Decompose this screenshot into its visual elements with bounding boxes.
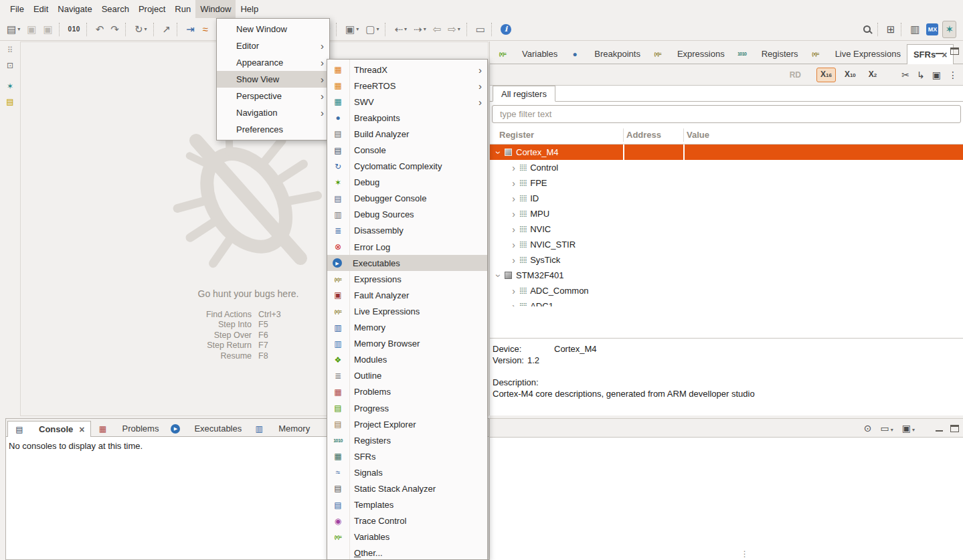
open-perspective-button[interactable]: ⊞ — [884, 21, 898, 38]
show-view-item-live-expressions[interactable]: (x)=Live Expressions — [327, 303, 487, 319]
redo-button[interactable]: ↷ — [108, 21, 122, 38]
scissors-icon[interactable]: ✂ — [900, 70, 911, 80]
show-view-item-executables[interactable]: ▶Executables — [327, 255, 487, 271]
column-header-address[interactable]: Address — [626, 130, 661, 140]
debug-perspective-button[interactable]: ✶ — [942, 21, 956, 38]
show-view-item-memory-browser[interactable]: ▥Memory Browser — [327, 336, 487, 352]
tab-memory[interactable]: ▥Memory — [248, 421, 316, 436]
close-tab-icon[interactable]: × — [79, 425, 84, 434]
format-toggle-x10[interactable]: X10 — [841, 68, 860, 82]
show-view-item-modules[interactable]: ❖Modules — [327, 352, 487, 368]
tab-expressions[interactable]: (x)=Expressions — [646, 44, 731, 64]
display-selected-console-icon[interactable]: ▭▾ — [879, 423, 895, 434]
minimized-project-view-icon[interactable]: ▤ — [3, 96, 17, 108]
show-view-item-templates[interactable]: ▤Templates — [327, 497, 487, 513]
menu-search[interactable]: Search — [97, 0, 134, 18]
show-view-item-memory[interactable]: ▥Memory — [327, 320, 487, 336]
save-button[interactable]: ▣ — [24, 21, 39, 38]
window-menu-item-new-window[interactable]: New Window — [217, 21, 329, 37]
new-view-window-button[interactable]: ▣▾ — [343, 21, 361, 38]
save-all-button[interactable]: ▣ — [40, 21, 55, 38]
format-toggle-x2[interactable]: X2 — [865, 68, 881, 82]
tab-console[interactable]: ▤Console× — [7, 421, 91, 437]
menu-edit[interactable]: Edit — [29, 0, 53, 18]
menu-run[interactable]: Run — [170, 0, 195, 18]
show-view-item-other[interactable]: Other... — [327, 545, 487, 560]
register-tree-row[interactable]: ›STM32F401 — [490, 268, 963, 283]
expand-arrow-icon[interactable]: › — [509, 194, 519, 203]
window-menu-item-navigation[interactable]: Navigation› — [217, 104, 329, 121]
show-view-item-debug-sources[interactable]: ▥Debug Sources — [327, 207, 487, 223]
register-tree-row[interactable]: ›⣿⣿ADC_Common — [490, 283, 963, 298]
show-view-item-registers[interactable]: 1010Registers — [327, 432, 487, 448]
export-registers-icon[interactable]: ↳ — [915, 70, 926, 80]
view-menu-icon[interactable]: ⋮ — [947, 70, 959, 80]
show-view-item-sfrs[interactable]: ▦SFRs — [327, 448, 487, 464]
maximize-icon[interactable] — [950, 48, 959, 55]
tab-variables[interactable]: (x)=Variables — [491, 44, 563, 64]
tab-live-expressions[interactable]: (x)=Live Expressions — [804, 44, 907, 64]
show-view-item-trace-control[interactable]: ◉Trace Control — [327, 513, 487, 529]
tab-executables[interactable]: ▶Executables — [165, 421, 248, 436]
minimize-icon[interactable] — [935, 48, 944, 55]
trim-handle-icon[interactable]: ⠿ — [3, 44, 17, 56]
device-configuration-perspective-button[interactable]: ▥ — [907, 21, 922, 38]
open-element-button[interactable]: ↗ — [160, 21, 174, 38]
menu-project[interactable]: Project — [134, 0, 170, 18]
cubemx-perspective-button[interactable]: MX — [924, 21, 941, 38]
column-divider[interactable] — [623, 128, 624, 142]
build-all-button[interactable]: ↻▾ — [132, 21, 150, 38]
expand-arrow-icon[interactable]: › — [509, 240, 519, 250]
expand-arrow-icon[interactable]: › — [509, 209, 519, 219]
swv-trace-button[interactable]: ≈ — [199, 21, 212, 38]
window-menu-item-appearance[interactable]: Appearance› — [217, 54, 329, 71]
show-view-item-freertos[interactable]: ▦FreeRTOS› — [327, 78, 487, 94]
show-view-item-disassembly[interactable]: ≣Disassembly — [327, 223, 487, 239]
show-view-item-error-log[interactable]: ⊗Error Log — [327, 239, 487, 255]
column-header-register[interactable]: Register — [499, 130, 534, 140]
register-tree-row[interactable]: ›⣿⣿FPE — [490, 175, 963, 191]
window-menu-item-preferences[interactable]: Preferences — [217, 121, 329, 138]
show-view-item-threadx[interactable]: ▦ThreadX› — [327, 62, 487, 78]
expand-arrow-icon[interactable]: › — [509, 302, 519, 307]
expand-arrow-icon[interactable]: › — [509, 286, 519, 296]
show-view-item-problems[interactable]: ▦Problems — [327, 384, 487, 400]
register-tree-row[interactable]: ›⣿⣿Control — [490, 160, 963, 175]
menu-help[interactable]: Help — [236, 0, 263, 18]
show-view-item-project-explorer[interactable]: ▤Project Explorer — [327, 416, 487, 432]
binary-display-button[interactable]: 010 — [66, 21, 83, 38]
register-filter-input[interactable] — [492, 105, 961, 123]
search-button[interactable] — [861, 21, 874, 38]
next-annotation-button[interactable]: ⇢▾ — [411, 21, 429, 38]
resize-gripper[interactable]: ⋮ — [741, 549, 749, 559]
show-view-item-variables[interactable]: (x)=Variables — [327, 529, 487, 545]
tab-problems[interactable]: ▦Problems — [91, 421, 165, 436]
show-view-item-signals[interactable]: ≈Signals — [327, 464, 487, 480]
maximize-icon[interactable] — [950, 425, 959, 432]
show-view-item-progress[interactable]: ▤Progress — [327, 400, 487, 416]
show-view-item-build-analyzer[interactable]: ▤Build Analyzer — [327, 126, 487, 142]
register-tree-row[interactable]: ›Cortex_M4 — [490, 145, 963, 160]
pin-console-icon[interactable]: ⊙ — [863, 423, 873, 434]
pin-editor-button[interactable]: ▭ — [473, 21, 488, 38]
forward-button[interactable]: ⇨▾ — [445, 21, 463, 38]
all-registers-tab[interactable]: All registers — [493, 86, 555, 102]
window-menu-item-editor[interactable]: Editor› — [217, 37, 329, 54]
open-console-icon[interactable]: ▣▾ — [901, 423, 916, 434]
menu-navigate[interactable]: Navigate — [53, 0, 96, 18]
register-tree-row[interactable]: ›⣿⣿ID — [490, 191, 963, 206]
expand-arrow-icon[interactable]: › — [509, 179, 519, 188]
expand-arrow-icon[interactable]: › — [509, 225, 519, 234]
tab-breakpoints[interactable]: ●Breakpoints — [563, 44, 646, 64]
show-view-item-static-stack-analyzer[interactable]: ▤Static Stack Analyzer — [327, 480, 487, 496]
undo-button[interactable]: ↶ — [93, 21, 107, 38]
show-view-item-breakpoints[interactable]: ●Breakpoints — [327, 110, 487, 126]
tab-registers[interactable]: 1010Registers — [731, 44, 804, 64]
register-tree-row[interactable]: ›⣿⣿NVIC_STIR — [490, 237, 963, 252]
menu-window[interactable]: Window — [195, 0, 236, 18]
show-view-item-outline[interactable]: ≣Outline — [327, 368, 487, 384]
collapse-arrow-icon[interactable]: › — [494, 147, 503, 157]
window-menu-item-show-view[interactable]: Show View› — [217, 71, 329, 88]
register-tree-row[interactable]: ›⣿⣿NVIC — [490, 221, 963, 237]
back-button[interactable]: ⇦ — [430, 21, 444, 38]
